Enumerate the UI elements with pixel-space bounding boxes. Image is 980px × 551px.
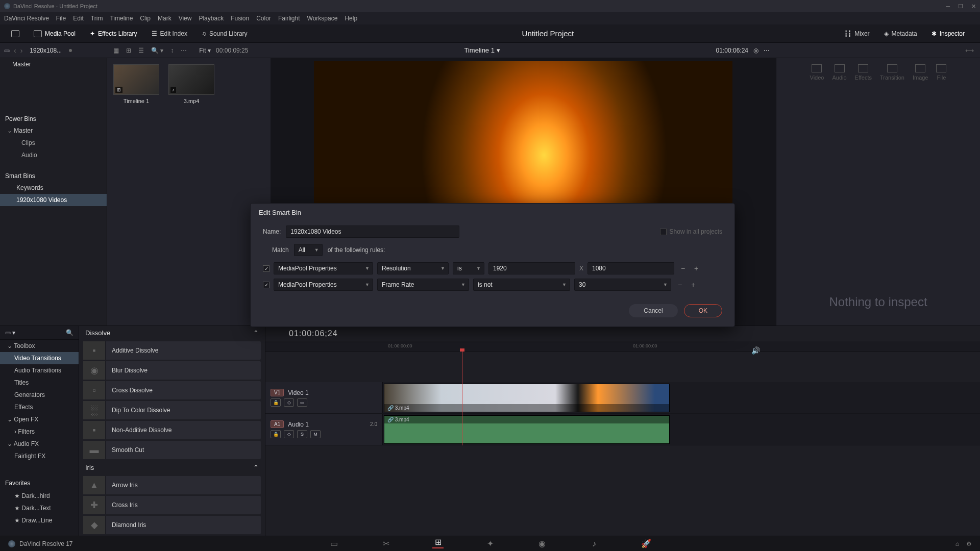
media-pool-button[interactable]: Media Pool: [29, 28, 81, 39]
clip-item[interactable]: ♪ 3.mp4: [168, 64, 214, 319]
inspector-tab-file[interactable]: File: [936, 64, 946, 81]
fusion-page-icon[interactable]: ✦: [484, 539, 496, 548]
track-visibility-icon[interactable]: ▭: [297, 398, 307, 407]
add-rule-button[interactable]: +: [692, 264, 701, 273]
power-bin-audio[interactable]: Audio: [0, 149, 107, 161]
fx-video-transitions[interactable]: Video Transitions: [0, 352, 79, 364]
search-icon[interactable]: 🔍 ▾: [149, 46, 165, 55]
view-grid-icon[interactable]: ⊞: [124, 46, 133, 55]
fx-item[interactable]: ▲Arrow Iris: [83, 476, 261, 494]
fx-fairlight[interactable]: Fairlight FX: [0, 450, 79, 462]
fx-generators[interactable]: Generators: [0, 389, 79, 401]
fx-openfx[interactable]: ⌄ Open FX: [0, 413, 79, 425]
fx-item[interactable]: ▫Cross Dissolve: [83, 381, 261, 399]
track-content[interactable]: 🔗 3.mp4: [383, 382, 980, 413]
menu-item[interactable]: Trim: [91, 15, 103, 22]
search-icon[interactable]: 🔍: [66, 329, 74, 336]
menu-item[interactable]: DaVinci Resolve: [4, 15, 49, 22]
options-icon[interactable]: ⋯: [764, 47, 770, 54]
bypass-icon[interactable]: ◎: [753, 47, 758, 54]
fx-titles[interactable]: Titles: [0, 377, 79, 389]
video-clip[interactable]: 🔗 3.mp4: [384, 384, 670, 412]
track-content[interactable]: 🔗 3.mp4: [383, 414, 980, 445]
expand-icon[interactable]: ⟷: [965, 47, 974, 54]
timeline-ruler[interactable]: 01:00:00:00 01:00:00:00: [265, 341, 980, 352]
playhead[interactable]: [462, 352, 462, 445]
nav-fwd-icon[interactable]: ›: [20, 46, 23, 55]
deliver-page-icon[interactable]: 🚀: [641, 539, 652, 548]
fx-item[interactable]: ░Dip To Color Dissolve: [83, 401, 261, 419]
mute-button[interactable]: M: [310, 430, 321, 438]
timeline-name[interactable]: Timeline 1 ▾: [248, 46, 716, 54]
menu-item[interactable]: Help: [345, 15, 357, 22]
minimize-icon[interactable]: ─: [946, 3, 950, 10]
lock-icon[interactable]: 🔒: [271, 430, 281, 438]
bin-master[interactable]: Master: [0, 58, 107, 70]
cut-page-icon[interactable]: ✂: [380, 539, 391, 548]
maximize-icon[interactable]: ☐: [958, 3, 963, 10]
effects-library-button[interactable]: ✦Effects Library: [85, 28, 142, 39]
sort-icon[interactable]: ↕: [168, 46, 176, 55]
rule-operator-select[interactable]: is▼: [453, 262, 484, 274]
fx-item[interactable]: ◆Diamond Iris: [83, 516, 261, 534]
lock-icon[interactable]: 🔒: [271, 398, 281, 407]
volume-icon[interactable]: 🔊: [751, 346, 760, 355]
favorite-item[interactable]: ★ Draw...Line: [0, 514, 79, 527]
power-bin-master[interactable]: ⌄ Master: [0, 124, 107, 137]
fx-effects[interactable]: Effects: [0, 401, 79, 413]
timeline-timecode[interactable]: 01:00:06;24: [289, 329, 338, 338]
auto-select-icon[interactable]: ◇: [284, 398, 294, 407]
smart-bin-name-input[interactable]: [286, 226, 459, 238]
menu-item[interactable]: Workspace: [307, 15, 338, 22]
more-icon[interactable]: ⋯: [179, 46, 189, 55]
layout-icon[interactable]: [6, 28, 24, 39]
fx-item[interactable]: ▪Non-Additive Dissolve: [83, 421, 261, 439]
menu-item[interactable]: Playback: [199, 15, 224, 22]
media-page-icon[interactable]: ▭: [328, 539, 339, 548]
fx-favorites-header[interactable]: Favorites: [0, 477, 79, 490]
favorite-item[interactable]: ★ Dark...hird: [0, 490, 79, 502]
current-bin[interactable]: 1920x108...: [30, 47, 62, 54]
fx-item[interactable]: ▬Smooth Cut: [83, 441, 261, 459]
fx-audio-transitions[interactable]: Audio Transitions: [0, 364, 79, 377]
menu-item[interactable]: Fairlight: [278, 15, 300, 22]
settings-icon[interactable]: ⚙: [966, 540, 972, 547]
metadata-button[interactable]: ◈Metadata: [879, 28, 922, 39]
remove-rule-button[interactable]: −: [678, 264, 688, 273]
inspector-tab-video[interactable]: Video: [810, 64, 824, 81]
mixer-button[interactable]: ┇┇Mixer: [839, 28, 874, 39]
fx-group-dissolve[interactable]: Dissolve⌃: [79, 326, 265, 340]
view-list-icon[interactable]: ☰: [136, 46, 146, 55]
power-bins-header[interactable]: Power Bins: [0, 111, 107, 124]
ok-button[interactable]: OK: [684, 304, 722, 317]
fx-audiofx[interactable]: ⌄ Audio FX: [0, 438, 79, 450]
clip-thumbnail[interactable]: ♪: [168, 64, 214, 95]
inspector-tab-image[interactable]: Image: [913, 64, 928, 81]
rule-value-select[interactable]: 30▼: [574, 279, 671, 291]
fx-filters[interactable]: › Filters: [0, 425, 79, 438]
rule-field-select[interactable]: Resolution▼: [377, 262, 449, 274]
inspector-tab-transition[interactable]: Transition: [880, 64, 904, 81]
panel-layout-icon[interactable]: ▭: [4, 47, 10, 54]
smart-bins-header[interactable]: Smart Bins: [0, 168, 107, 182]
close-icon[interactable]: ✕: [971, 3, 976, 10]
menu-item[interactable]: Clip: [140, 15, 151, 22]
fx-item[interactable]: ◉Blur Dissolve: [83, 361, 261, 380]
track-badge[interactable]: V1: [271, 389, 284, 396]
rule-enabled-checkbox[interactable]: ✓: [263, 282, 270, 288]
fairlight-page-icon[interactable]: ♪: [589, 539, 600, 548]
favorite-item[interactable]: ★ Dark...Text: [0, 502, 79, 514]
clip-item[interactable]: ⊞ Timeline 1: [113, 64, 159, 319]
rule-property-select[interactable]: MediaPool Properties▼: [274, 262, 373, 274]
menu-item[interactable]: View: [179, 15, 192, 22]
menu-item[interactable]: Fusion: [231, 15, 249, 22]
menu-item[interactable]: Color: [256, 15, 271, 22]
menu-item[interactable]: Mark: [158, 15, 172, 22]
menu-item[interactable]: File: [56, 15, 66, 22]
rule-field-select[interactable]: Frame Rate▼: [377, 279, 469, 291]
smart-bin-keywords[interactable]: Keywords: [0, 182, 107, 194]
rule-property-select[interactable]: MediaPool Properties▼: [274, 279, 373, 291]
remove-rule-button[interactable]: −: [675, 280, 684, 289]
show-all-checkbox[interactable]: [660, 229, 667, 235]
fx-group-iris[interactable]: Iris⌃: [79, 461, 265, 474]
